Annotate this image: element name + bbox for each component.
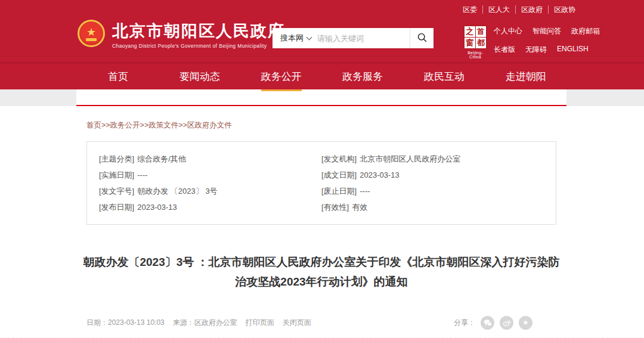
nav-item-about-chaoyang[interactable]: 走进朝阳 [485,63,566,89]
metadata-right-column: [发文机构]北京市朝阳区人民政府办公室 [成文日期]2023-03-13 [废止… [321,151,544,215]
meta-validity: [有效性]有效 [321,199,544,215]
topbar-link-quwei[interactable]: 区委 [457,5,483,14]
nav-item-public-interaction[interactable]: 政民互动 [404,63,485,89]
search-button[interactable] [410,28,434,48]
header-quick-links: 个人中心 智能问答 政府邮箱 长者版 无障碍 ENGLISH [494,26,600,63]
nav-item-news[interactable]: 要闻动态 [159,63,241,89]
meta-topic-category: [主题分类]综合政务/其他 [99,151,321,167]
meta-publish-date: [发布日期]2023-03-13 [99,199,321,215]
link-english[interactable]: ENGLISH [557,45,589,55]
nav-item-gov-affairs-disclosure[interactable]: 政务公开 [240,63,322,89]
topbar-link-zhengxie[interactable]: 区政协 [549,5,575,14]
meta-repeal-date: [废止日期]---- [321,183,544,199]
breadcrumb[interactable]: 首页>>政务公开>>政策文件>>区政府办文件 [76,106,566,131]
capital-window-logo[interactable]: 之 首 窗 都 Beijing-China [463,25,488,59]
primary-nav: 首页 要闻动态 政务公开 政务服务 政民互动 走进朝阳 [0,63,644,89]
meta-implementation-date: [实施日期]---- [99,167,321,183]
brand-row: ★ 北京市朝阳区人民政府 Chaoyang District People's … [76,17,575,63]
active-tab-underline [261,89,302,91]
qzone-share-icon[interactable]: ★ [519,316,532,330]
article-source: 来源：区政府办公室 [173,318,237,328]
meta-issuing-agency: [发文机构]北京市朝阳区人民政府办公室 [321,151,544,167]
weibo-share-icon[interactable] [500,316,513,330]
meta-written-date: [成文日期]2023-03-13 [321,167,544,183]
search-input[interactable] [317,34,410,43]
nav-item-home[interactable]: 首页 [78,63,159,89]
seal-caption: Beijing-China [463,51,488,59]
chevron-down-icon [306,34,312,40]
site-branding: 北京市朝阳区人民政府 Chaoyang District People's Go… [112,21,285,49]
search-icon [417,32,428,45]
capital-window-seal-icon: 之 首 窗 都 [463,25,487,49]
article-info-bar: 日期：2023-03-13 10:03 来源：区政府办公室 打印页面 关闭页面 … [86,316,556,330]
share-label: 分享： [454,318,475,328]
wechat-share-icon[interactable] [481,316,494,330]
header-shadow-band [0,89,644,106]
metadata-left-column: [主题分类]综合政务/其他 [实施日期]---- [发文字号]朝政办发 〔202… [99,151,321,215]
red-rule-divider [76,89,566,106]
document-metadata-box: [主题分类]综合政务/其他 [实施日期]---- [发文字号]朝政办发 〔202… [86,141,556,225]
link-elderly-version[interactable]: 长者版 [494,45,515,55]
link-accessibility[interactable]: 无障碍 [525,45,547,55]
site-title-english: Chaoyang District People's Government of… [112,43,285,49]
topbar-link-zhengfu[interactable]: 区政府 [516,5,549,14]
search-scope-label: 搜本网 [280,33,304,44]
national-emblem-icon: ★ [78,20,105,47]
document-title: 朝政办发〔2023〕3号 ：北京市朝阳区人民政府办公室关于印发《北京市朝阳区深入… [80,252,563,292]
meta-document-number: [发文字号]朝政办发 〔2023〕 3号 [99,183,321,199]
print-page-link[interactable]: 打印页面 [246,318,274,328]
article-date: 日期：2023-03-13 10:03 [86,318,165,328]
link-smart-qa[interactable]: 智能问答 [532,26,561,36]
page: 区委区人大区政府区政协 ★ 北京市朝阳区人民政府 Chaoyang Distri… [0,0,644,338]
close-page-link[interactable]: 关闭页面 [283,318,311,328]
site-title: 北京市朝阳区人民政府 [112,21,285,41]
nav-item-gov-services[interactable]: 政务服务 [322,63,404,89]
site-header: 区委区人大区政府区政协 ★ 北京市朝阳区人民政府 Chaoyang Distri… [0,0,644,63]
link-gov-mailbox[interactable]: 政府邮箱 [571,26,600,36]
topbar-link-renda[interactable]: 区人大 [483,5,516,14]
topbar: 区委区人大区政府区政协 [457,5,575,15]
link-personal-center[interactable]: 个人中心 [494,26,522,36]
search-scope-select[interactable]: 搜本网 [273,33,317,44]
search-box: 搜本网 [273,28,434,48]
main-content: 首页>>政务公开>>政策文件>>区政府办文件 [主题分类]综合政务/其他 [实施… [76,106,566,330]
